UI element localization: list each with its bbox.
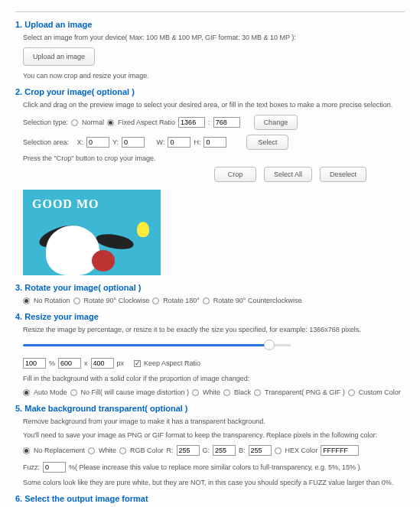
selarea-w[interactable] — [168, 137, 190, 148]
fill-opt-5: Custom Color — [359, 388, 401, 396]
section-6-title: 6. Select the output image format — [15, 494, 405, 503]
trans-hex: HEX Color — [285, 447, 318, 454]
px-label: px — [117, 359, 125, 367]
selarea-h[interactable] — [203, 137, 226, 148]
aspect-h-input[interactable] — [213, 117, 240, 128]
radio-fillblack[interactable] — [223, 389, 230, 396]
fuzz-input[interactable] — [43, 462, 66, 473]
rgb-b-input[interactable] — [249, 445, 272, 456]
radio-nofill[interactable] — [70, 389, 77, 396]
fuzz-hint: %( Please increase this value to replace… — [69, 463, 362, 471]
change-button[interactable]: Change — [254, 115, 298, 130]
radio-fillcustom[interactable] — [348, 389, 355, 396]
upload-button[interactable]: Upload an image — [23, 47, 95, 66]
trans-noreplace: No Replacement — [34, 447, 85, 454]
rot-opt-3: Rotate 90° Counterclockwise — [213, 297, 302, 304]
x-sep: x — [84, 359, 88, 367]
selarea-x[interactable] — [86, 137, 109, 148]
resize-w-input[interactable] — [58, 358, 81, 369]
x-label: X: — [77, 138, 84, 146]
section-4-title: 4. Resize your image — [15, 312, 405, 321]
trans-d1: Remove background from your image to mak… — [23, 418, 405, 425]
hex-input[interactable] — [321, 445, 359, 456]
resize-slider[interactable] — [23, 340, 291, 350]
radio-norotation[interactable] — [23, 297, 30, 304]
fill-opt-2: White — [203, 388, 220, 396]
b-label: B: — [239, 447, 246, 454]
resize-h-input[interactable] — [91, 358, 114, 369]
image-preview[interactable]: GOOD MO — [23, 190, 161, 275]
radio-noreplace[interactable] — [23, 447, 30, 454]
crop-button[interactable]: Crop — [214, 167, 256, 182]
aspect-w-input[interactable] — [178, 117, 205, 128]
w-label: W: — [157, 138, 165, 146]
fuzz-label: Fuzz: — [23, 463, 40, 471]
radio-automode[interactable] — [23, 389, 30, 396]
fill-opt-0: Auto Mode — [34, 388, 67, 396]
section-3-title: 3. Rotate your image( optional ) — [15, 283, 405, 292]
radio-rot180[interactable] — [152, 297, 159, 304]
upload-desc: Select an image from your device( Max: 1… — [23, 34, 405, 41]
deselect-button[interactable]: Deselect — [320, 167, 366, 182]
rgb-g-input[interactable] — [213, 445, 236, 456]
trans-d3: Some colors look like they are pure whit… — [23, 479, 405, 486]
radio-rgb[interactable] — [119, 447, 126, 454]
resize-pct-input[interactable] — [23, 358, 46, 369]
crop-desc: Click and drag on the preview image to s… — [23, 101, 405, 109]
radio-normal[interactable] — [71, 119, 78, 126]
section-1-title: 1. Upload an image — [15, 20, 405, 29]
keep-aspect-label: Keep Aspect Ratio — [144, 359, 200, 367]
selarea-y[interactable] — [122, 137, 145, 148]
trans-d2: You'll need to save your image as PNG or… — [23, 431, 405, 439]
radio-fixed[interactable] — [107, 119, 114, 126]
rgb-r-input[interactable] — [177, 445, 200, 456]
selarea-label: Selection area: — [23, 138, 69, 146]
opt-fixed: Fixed Aspect Ratio — [118, 119, 175, 126]
radio-transwhite[interactable] — [88, 447, 95, 454]
section-2-title: 2. Crop your image( optional ) — [15, 87, 405, 96]
fill-opt-1: No Fill( will cause image distortion ) — [81, 388, 190, 396]
radio-fillwhite[interactable] — [192, 389, 199, 396]
upload-hint: You can now crop and resize your image. — [23, 72, 405, 80]
bgfill-hint: Fill in the background with a solid colo… — [23, 375, 405, 382]
select-button[interactable]: Select — [246, 135, 288, 150]
g-label: G: — [203, 447, 210, 454]
selectall-button[interactable]: Select All — [264, 167, 312, 182]
aspect-sep: : — [208, 119, 210, 126]
radio-hex[interactable] — [275, 447, 282, 454]
r-label: R: — [167, 447, 174, 454]
pct-label: % — [49, 359, 55, 367]
preview-image-text: GOOD MO — [32, 197, 99, 211]
fill-opt-3: Black — [234, 388, 251, 396]
rot-opt-2: Rotate 180° — [163, 297, 200, 304]
fill-opt-4: Transparent( PNG & GIF ) — [265, 388, 345, 396]
press-hint: Press the "Crop" button to crop your ima… — [23, 154, 155, 162]
trans-white: White — [99, 447, 116, 454]
h-label: H: — [194, 138, 200, 146]
trans-rgb: RGB Color — [130, 447, 164, 454]
seltype-label: Selection type: — [23, 119, 68, 126]
radio-filltransparent[interactable] — [254, 389, 261, 396]
keep-aspect-checkbox[interactable] — [134, 360, 141, 367]
rot-opt-1: Rotate 90° Clockwise — [84, 297, 150, 304]
rot-opt-0: No Rotation — [34, 297, 70, 304]
resize-desc: Resize the image by percentage, or resiz… — [23, 326, 405, 333]
opt-normal: Normal — [82, 119, 104, 126]
y-label: Y: — [112, 138, 119, 146]
section-5-title: 5. Make background transparent( optional… — [15, 404, 405, 413]
radio-rot90cw[interactable] — [73, 297, 80, 304]
radio-rot90ccw[interactable] — [203, 297, 210, 304]
